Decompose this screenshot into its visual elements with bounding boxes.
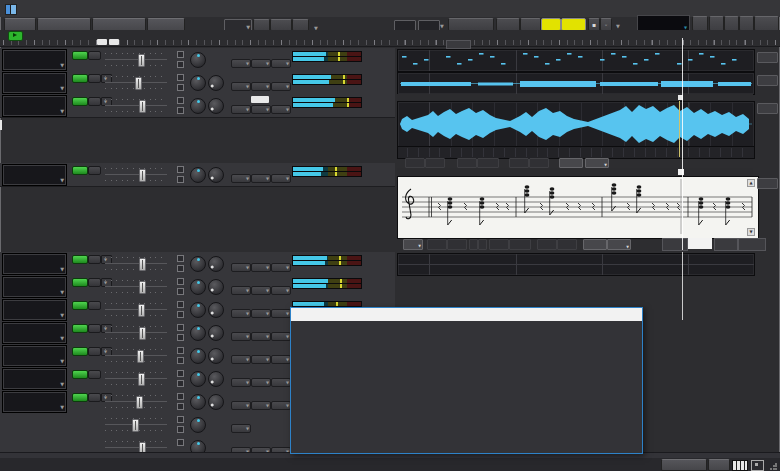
minimize-button[interactable] [698,0,724,17]
mute-checkbox-n[interactable] [177,166,184,173]
pan-knob[interactable] [190,167,206,183]
resize-grip[interactable] [770,463,777,470]
effect-slot-selector[interactable]: ▼ [231,105,251,114]
effect-slot-selector[interactable]: ▼ [231,378,251,387]
pan-knob[interactable] [190,348,206,364]
score-toolbar-undo-button[interactable] [427,239,447,250]
mute-checkbox-n[interactable] [177,347,184,354]
piano-toolbar-redo-button[interactable] [425,158,445,168]
mute-checkbox-n[interactable] [177,301,184,308]
aux-send-knob[interactable] [208,75,224,91]
play-position-marker[interactable] [8,31,23,41]
rec-button[interactable] [88,301,101,310]
effect-slot-selector[interactable]: ▼ [231,332,251,341]
track-name-box[interactable]: ▼ [2,345,67,367]
piano-toolbar-copy-button[interactable] [509,158,529,168]
effect-slot-selector[interactable]: ▼ [271,309,291,318]
play-button[interactable] [72,347,88,356]
mute-checkbox-i[interactable] [177,380,184,387]
mute-checkbox-n[interactable] [177,370,184,377]
play-button[interactable] [72,97,88,106]
volume-fader[interactable] [105,254,167,273]
mute-checkbox-i[interactable] [177,334,184,341]
aux-send-knob[interactable] [208,98,224,114]
rec-button[interactable] [88,166,101,175]
effect-slot-selector[interactable]: ▼ [251,309,271,318]
play-button[interactable] [72,301,88,310]
transport-rewind-button[interactable] [724,16,739,31]
volume-fader[interactable] [105,165,167,184]
track-name-box[interactable]: ▼ [2,49,67,71]
pan-knob[interactable] [190,256,206,272]
effect-slot-label[interactable] [231,415,249,422]
effect-slot-label[interactable] [251,438,269,445]
effect-slot-label[interactable] [251,300,269,307]
mute-checkbox-n[interactable] [177,74,184,81]
play-button[interactable] [72,74,88,83]
play-button[interactable] [72,324,88,333]
scroll-up-arrow[interactable]: ▲ [747,179,755,187]
help-button[interactable] [708,459,730,471]
pan-knob[interactable] [190,52,206,68]
effect-slot-selector[interactable]: ▼ [251,332,271,341]
effect-slot-selector[interactable]: ▼ [251,286,271,295]
volume-fader[interactable] [105,346,167,365]
effect-slot-label[interactable] [231,73,249,80]
effect-slot-selector[interactable]: ▼ [231,82,251,91]
playhead-marker[interactable] [678,169,684,175]
rec-button[interactable] [88,370,101,379]
effect-slot-label[interactable] [251,323,269,330]
aux-send-knob[interactable] [208,325,224,341]
volume-fader[interactable] [105,277,167,296]
piano-toolbar-more-button[interactable]: ▼ [585,158,609,168]
mute-checkbox-n[interactable] [177,51,184,58]
transport-fast-forward-button[interactable] [739,16,754,31]
volume-fader[interactable] [105,323,167,342]
aux-send-knob[interactable] [208,394,224,410]
effect-slot-selector[interactable]: ▼ [251,105,271,114]
scroll-down-arrow[interactable]: ▼ [747,228,755,236]
transport-loop-button[interactable] [692,16,708,31]
mute-checkbox-i[interactable] [177,84,184,91]
effect-slot-selector[interactable]: ▼ [271,401,291,410]
drum-edit-button[interactable] [757,52,778,63]
effect-slot-selector[interactable]: ▼ [251,378,271,387]
effect-slot-selector[interactable]: ▼ [231,174,251,183]
effect-slot-selector[interactable]: ▼ [231,59,251,68]
mute-checkbox-n[interactable] [177,97,184,104]
pan-knob[interactable] [190,98,206,114]
play-button[interactable] [72,255,88,264]
effect-slot-selector[interactable]: ▼ [271,378,291,387]
mute-checkbox-n[interactable] [177,255,184,262]
vocal-track-display[interactable] [397,253,755,276]
fader-thumb[interactable] [139,258,146,271]
pan-knob[interactable] [190,279,206,295]
effect-slot-selector[interactable]: ▼ [231,401,251,410]
mute-checkbox-n[interactable] [177,324,184,331]
mute-checkbox-i[interactable] [177,265,184,272]
mute-checkbox-i[interactable] [177,311,184,318]
effect-slot-selector[interactable]: ▼ [271,82,291,91]
piano-toolbar-undo-button[interactable] [405,158,425,168]
track-name-box[interactable]: ▼ [2,72,67,94]
score-toolbar-flat-button[interactable] [469,239,478,250]
fader-thumb[interactable] [139,169,146,182]
effect-slot-selector[interactable]: ▼ [251,59,271,68]
play-button[interactable] [72,278,88,287]
effect-slot-selector[interactable]: ▼ [251,82,271,91]
rec-button[interactable] [88,74,101,83]
effect-slot-selector[interactable]: ▼ [271,286,291,295]
automation-button[interactable] [661,459,707,471]
score-toolbar-sel-all-button[interactable] [583,239,607,250]
score-toolbar-paste-button[interactable] [557,239,577,250]
tab-drum[interactable] [714,238,738,251]
pan-knob[interactable] [190,75,206,91]
effect-slot-selector[interactable]: ▼ [271,174,291,183]
track-name-box[interactable]: ▼ [2,299,67,321]
fader-thumb[interactable] [136,396,143,409]
effect-slot-label[interactable] [251,277,269,284]
piano-toolbar-delete-button[interactable] [477,158,499,168]
fader-thumb[interactable] [138,373,145,386]
effect-slot-label[interactable] [231,277,249,284]
effect-slot-selector[interactable]: ▼ [271,59,291,68]
